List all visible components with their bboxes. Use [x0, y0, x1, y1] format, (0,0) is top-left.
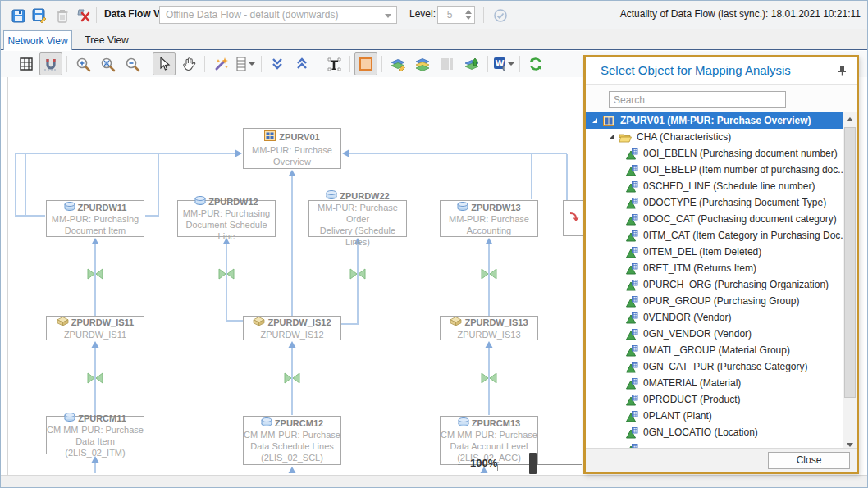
zoom-in-icon[interactable]	[71, 52, 94, 75]
tree-item-label: 0DOC_CAT (Puchasing document category)	[643, 213, 837, 225]
tree-item-0ret_itm[interactable]: 0RET_ITM (Returns Item)	[586, 260, 857, 276]
tree-item-label: 0ITM_CAT (Item Category in Purchasing Do…	[643, 230, 848, 241]
tree-item-label: 0MATERIAL (Material)	[643, 377, 741, 389]
layers-edit-icon[interactable]	[386, 52, 409, 75]
node-title: ZPURCM12	[261, 417, 323, 429]
expander-icon[interactable]	[592, 118, 597, 123]
tree-item-0oi_ebeln[interactable]: 0OI_EBELN (Purchasing document number)	[586, 145, 857, 162]
tree-item-0pur_group[interactable]: 0PUR_GROUP (Purchasing Group)	[586, 293, 857, 309]
characteristic-icon	[625, 229, 638, 242]
word-export-icon[interactable]: W	[492, 52, 515, 75]
level-stepper[interactable]: 5	[437, 6, 475, 24]
panel-title: Select Object for Mapping Analysis	[601, 63, 791, 77]
node-zpurdw_is13[interactable]: ZPURDW_IS13ZPURDW_IS13	[440, 316, 538, 340]
node-title: ZPURV01	[264, 130, 319, 144]
stepper-up-icon[interactable]	[465, 10, 472, 14]
node-description: Document Schedule Line	[178, 219, 275, 242]
tree-item-0gn_cat_pur[interactable]: 0GN_CAT_PUR (Purchase Category)	[586, 358, 857, 375]
trash-icon[interactable]	[52, 5, 73, 26]
characteristic-icon	[625, 262, 638, 275]
node-zpurdw12[interactable]: ZPURDW12MM-PUR: PurchasingDocument Sched…	[177, 200, 276, 237]
zoom-out-icon[interactable]	[121, 52, 144, 75]
zoom-percent-label: 100%	[470, 457, 497, 469]
tree-item-0plant[interactable]: 0PLANT (Plant)	[586, 408, 857, 424]
remove-flow-icon[interactable]	[73, 5, 94, 26]
close-button[interactable]: Close	[768, 452, 850, 469]
tree-item-0material[interactable]: 0MATERIAL (Material)	[586, 375, 857, 391]
grid-icon[interactable]	[15, 52, 38, 75]
tree-item-0item_del[interactable]: 0ITEM_DEL (Item Deleted)	[586, 244, 857, 260]
toolbar-separator	[148, 56, 148, 72]
view-tabbar: Network ViewTree View	[1, 29, 868, 50]
node-zpurcm12[interactable]: ZPURCM12CM MM-PUR: PurchaseData Schedule…	[243, 416, 341, 465]
refresh-icon[interactable]	[524, 52, 547, 75]
tree-item-0purch_org[interactable]: 0PURCH_ORG (Purchasing Organization)	[586, 276, 857, 293]
tab-tree-view[interactable]: Tree View	[72, 30, 141, 50]
tree-item-0itm_cat[interactable]: 0ITM_CAT (Item Category in Purchasing Do…	[586, 227, 857, 244]
tree-item-0doctype[interactable]: 0DOCTYPE (Purchasing Document Type)	[586, 194, 857, 211]
tree-item-label: 0VENDOR (Vendor)	[643, 312, 731, 323]
tree-item-0doc_cat[interactable]: 0DOC_CAT (Puchasing document category)	[586, 211, 857, 227]
layout-columns-icon[interactable]	[234, 52, 257, 75]
node-zpurdw13[interactable]: ZPURDW13MM-PUR: PurchaseAccounting	[440, 200, 538, 237]
characteristic-icon	[625, 409, 638, 422]
node-description: CM MM-PUR: Purchase	[441, 429, 537, 440]
sync-status-icon[interactable]	[490, 5, 511, 26]
node-title: ZPURDW_IS11	[57, 317, 134, 329]
tree-item-0gn_locatio[interactable]: 0GN_LOCATIO (Location)	[586, 424, 857, 440]
frame-highlight-icon[interactable]	[354, 52, 377, 75]
node-description: MM-PUR: Purchasing	[52, 213, 139, 225]
grid-dots-icon[interactable]	[436, 52, 459, 75]
toolbar-separator	[483, 7, 484, 23]
stepper-down-icon[interactable]	[465, 16, 472, 20]
node-zpurdw11[interactable]: ZPURDW11MM-PUR: PurchasingDocument Item	[46, 200, 144, 237]
scrollbar-thumb[interactable]	[844, 127, 856, 398]
tree-item-0sched_line[interactable]: 0SCHED_LINE (Schedule line number)	[586, 178, 857, 194]
tree-scrollbar[interactable]	[843, 112, 857, 451]
node-zpurdw_is12[interactable]: ZPURDW_IS12ZPURDW_IS12	[243, 316, 341, 340]
node-description: Data Schedule Lines	[250, 440, 334, 452]
tab-network-view[interactable]: Network View	[3, 30, 72, 50]
tree-item-0gn_vendor[interactable]: 0GN_VENDOR (Vendor)	[586, 326, 857, 342]
node-title: ZPURDW22	[326, 190, 390, 202]
toolbar-separator	[96, 7, 97, 23]
data-flow-selector[interactable]: Offline Data Flow - default (downwards)	[159, 6, 397, 24]
select-cursor-icon[interactable]	[153, 52, 176, 75]
node-description: MM-PUR: Purchase	[252, 144, 332, 156]
save-icon[interactable]	[7, 5, 29, 26]
expand-all-icon[interactable]	[266, 52, 289, 75]
infosource-icon	[450, 317, 462, 329]
node-zpurv01[interactable]: ZPURV01MM-PUR: PurchaseOverview	[243, 128, 341, 169]
node-partial[interactable]	[563, 200, 585, 236]
zoom-slider-handle[interactable]	[529, 453, 537, 474]
scroll-up-icon[interactable]	[843, 112, 857, 125]
save-as-icon[interactable]	[29, 5, 50, 26]
node-description: ZPURDW_IS11	[64, 329, 126, 340]
tree-item-0oi_ebelp[interactable]: 0OI_EBELP (Item number of purchasing doc…	[586, 162, 857, 178]
pan-hand-icon[interactable]	[177, 52, 200, 75]
node-zpurdw22[interactable]: ZPURDW22MM-PUR: Purchase OrderDelivery (…	[308, 200, 407, 237]
node-zpurcm11[interactable]: ZPURCM11CM MM-PUR: PurchaseData Item (2L…	[46, 416, 144, 454]
tree-item-0vendor[interactable]: 0VENDOR (Vendor)	[586, 309, 857, 326]
export-image-icon[interactable]	[460, 52, 483, 75]
search-input[interactable]	[609, 91, 786, 108]
node-zpurdw_is11[interactable]: ZPURDW_IS11ZPURDW_IS11	[46, 316, 144, 340]
tree-item-cha[interactable]: CHA (Characteristics)	[586, 129, 857, 145]
node-description: Data Item (2LIS_02_ITM)	[47, 436, 144, 458]
layers-icon[interactable]	[411, 52, 434, 75]
snap-magnet-icon[interactable]	[39, 52, 62, 75]
characteristic-icon	[625, 294, 638, 308]
text-tool-icon[interactable]	[322, 52, 345, 75]
pin-icon[interactable]	[837, 65, 848, 76]
zoom-fit-icon[interactable]	[96, 52, 119, 75]
tree-item-zpurv01[interactable]: ZPURV01 (MM-PUR: Purchase Overview)	[586, 112, 849, 129]
tree-item-0product[interactable]: 0PRODUCT (Product)	[586, 391, 857, 408]
tree-item-label: 0GN_CAT_PUR (Purchase Category)	[643, 361, 808, 372]
tree-item-0matl_group[interactable]: 0MATL_GROUP (Material Group)	[586, 342, 857, 358]
canvas-edge	[7, 77, 8, 475]
tree-item-label: 0PLANT (Plant)	[643, 410, 712, 422]
magic-wand-icon[interactable]	[209, 52, 232, 75]
node-title: ZPURDW_IS13	[450, 317, 528, 329]
expander-icon[interactable]	[609, 135, 614, 139]
collapse-all-icon[interactable]	[290, 52, 313, 75]
